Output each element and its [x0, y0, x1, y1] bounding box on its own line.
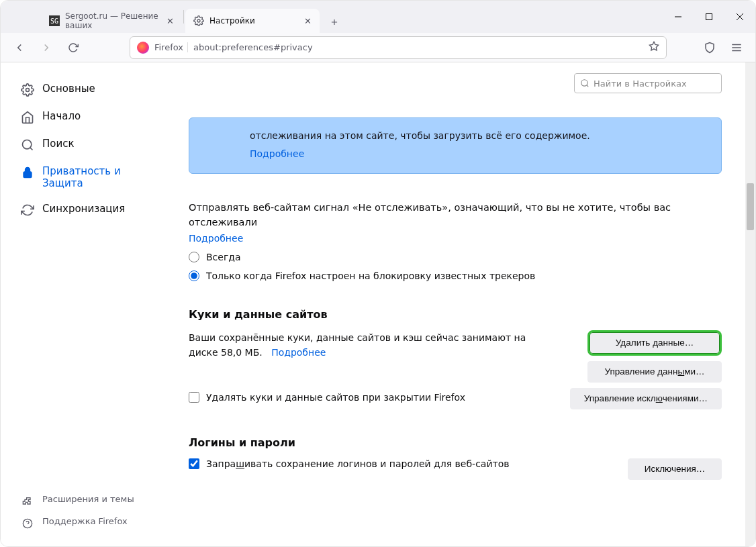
categories-sidebar: Основные Начало Поиск Приватность и Защи…: [1, 62, 169, 547]
clear-on-close-checkbox[interactable]: [189, 392, 199, 403]
help-icon: [21, 517, 34, 530]
close-icon[interactable]: ✕: [167, 16, 174, 26]
sidebar-item-sync[interactable]: Синхронизация: [14, 196, 169, 223]
sidebar-item-home[interactable]: Начало: [14, 103, 169, 131]
reload-button[interactable]: [62, 37, 84, 58]
logins-section: Логины и пароли Запрашивать сохранение л…: [189, 436, 722, 480]
ask-save-checkbox[interactable]: [189, 458, 199, 469]
radio-always[interactable]: [189, 252, 199, 262]
tab-sergoot[interactable]: SG Sergoot.ru — Решение ваших ✕: [41, 9, 182, 33]
url-bar[interactable]: Firefox about:preferences#privacy: [130, 36, 667, 59]
sidebar-item-label: Расширения и темы: [42, 494, 134, 504]
gear-icon: [193, 15, 204, 26]
home-icon: [21, 111, 34, 124]
sidebar-item-search[interactable]: Поиск: [14, 131, 169, 158]
sidebar-item-label: Начало: [42, 110, 81, 122]
search-icon: [580, 79, 589, 88]
sync-icon: [21, 203, 34, 217]
firefox-icon: [137, 42, 149, 54]
tab-label: Настройки: [209, 16, 255, 26]
clear-data-button[interactable]: Удалить данные…: [587, 330, 722, 356]
menu-button[interactable]: [726, 37, 747, 58]
logins-exceptions-button[interactable]: Исключения…: [628, 458, 722, 480]
dnt-option-default[interactable]: Только когда Firefox настроен на блокиро…: [189, 270, 722, 281]
sidebar-item-label: Приватность и Защита: [42, 165, 162, 189]
svg-marker-9: [649, 42, 658, 50]
sidebar-item-label: Основные: [42, 83, 95, 95]
tab-settings[interactable]: Настройки ✕: [185, 9, 320, 33]
dnt-section: Отправлять веб-сайтам сигнал «Не отслежи…: [189, 201, 722, 281]
manage-exceptions-button[interactable]: Управление исключениями…: [570, 388, 722, 409]
svg-line-20: [587, 85, 589, 87]
tab-strip: SG Sergoot.ru — Решение ваших ✕ Настройк…: [1, 1, 345, 33]
cookies-buttons: Удалить данные… Управление данными… Упра…: [570, 330, 722, 409]
svg-point-14: [23, 140, 32, 149]
dnt-learn-more-link[interactable]: Подробнее: [189, 233, 243, 244]
puzzle-icon: [21, 495, 34, 508]
radio-default[interactable]: [189, 270, 199, 281]
sidebar-item-privacy[interactable]: Приватность и Защита: [14, 158, 169, 196]
minimize-button[interactable]: [663, 3, 694, 30]
svg-text:SG: SG: [50, 17, 58, 25]
ask-save-row[interactable]: Запрашивать сохранение логинов и паролей…: [189, 458, 614, 469]
sidebar-item-label: Синхронизация: [42, 203, 125, 215]
sidebar-footer: Расширения и темы Поддержка Firefox: [14, 490, 169, 534]
new-tab-button[interactable]: [324, 11, 345, 33]
checkbox-label: Запрашивать сохранение логинов и паролей…: [206, 458, 510, 469]
gear-icon: [21, 83, 34, 97]
svg-line-15: [30, 148, 33, 150]
forward-button[interactable]: [36, 37, 57, 58]
shield-icon[interactable]: [699, 37, 720, 58]
dnt-option-always[interactable]: Всегда: [189, 252, 722, 262]
sidebar-item-label: Поддержка Firefox: [42, 516, 128, 526]
window-controls: [663, 3, 755, 30]
cookies-learn-more-link[interactable]: Подробнее: [271, 345, 326, 360]
maximize-button[interactable]: [694, 3, 724, 30]
banner-text: отслеживания на этом сайте, чтобы загруз…: [250, 130, 590, 141]
cookies-description: Ваши сохранённые куки, данные сайтов и к…: [189, 330, 557, 360]
cookies-heading: Куки и данные сайтов: [189, 308, 722, 321]
tab-label: Sergoot.ru — Решение ваших: [65, 11, 161, 30]
svg-rect-16: [23, 172, 32, 177]
sidebar-item-addons[interactable]: Расширения и темы: [14, 490, 169, 512]
manage-data-button[interactable]: Управление данными…: [587, 361, 722, 383]
back-button[interactable]: [9, 37, 30, 58]
svg-point-13: [26, 89, 30, 92]
sidebar-item-label: Поиск: [42, 138, 75, 150]
favicon-sergoot: SG: [49, 15, 60, 26]
close-icon[interactable]: ✕: [304, 16, 312, 26]
search-settings-input[interactable]: Найти в Настройках: [574, 73, 722, 93]
identity-label: Firefox: [154, 42, 188, 52]
tracking-info-banner: отслеживания на этом сайте, чтобы загруз…: [189, 117, 722, 174]
svg-point-2: [197, 19, 200, 22]
svg-rect-6: [706, 14, 712, 20]
radio-label: Только когда Firefox настроен на блокиро…: [206, 270, 535, 281]
content-area: Найти в Настройках отслеживания на этом …: [169, 62, 755, 547]
search-placeholder: Найти в Настройках: [594, 79, 687, 89]
svg-point-19: [581, 80, 587, 86]
preferences-page: Основные Начало Поиск Приватность и Защи…: [1, 62, 755, 547]
radio-label: Всегда: [206, 252, 241, 262]
tab-separator: [183, 10, 184, 23]
url-text: about:preferences#privacy: [193, 42, 643, 52]
logins-heading: Логины и пароли: [189, 436, 722, 449]
bookmark-star-icon[interactable]: [649, 41, 659, 54]
checkbox-label: Удалять куки и данные сайтов при закрыти…: [206, 392, 465, 403]
sidebar-item-general[interactable]: Основные: [14, 76, 169, 103]
dnt-description: Отправлять веб-сайтам сигнал «Не отслежи…: [189, 201, 722, 230]
sidebar-item-support[interactable]: Поддержка Firefox: [14, 512, 169, 534]
titlebar: SG Sergoot.ru — Решение ваших ✕ Настройк…: [1, 1, 755, 33]
nav-toolbar: Firefox about:preferences#privacy: [1, 33, 755, 62]
banner-learn-more-link[interactable]: Подробнее: [250, 147, 304, 161]
close-button[interactable]: [724, 3, 755, 30]
cookies-section: Куки и данные сайтов Ваши сохранённые ку…: [189, 308, 722, 403]
search-icon: [21, 138, 34, 152]
lock-icon: [21, 166, 34, 179]
